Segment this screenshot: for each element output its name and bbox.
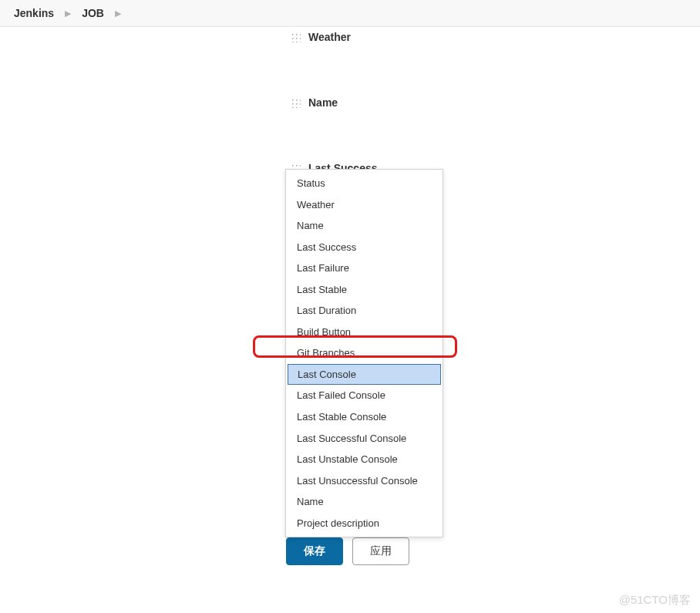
save-button[interactable]: 保存 xyxy=(286,537,343,565)
drag-handle-icon[interactable] xyxy=(290,97,301,108)
dropdown-item[interactable]: Last Unstable Console xyxy=(286,449,443,470)
dropdown-item[interactable]: Last Success xyxy=(286,237,443,258)
dropdown-item[interactable]: Git Branches xyxy=(286,342,443,364)
dropdown-item[interactable]: Project description xyxy=(286,513,443,534)
chevron-right-icon: ▶ xyxy=(115,8,121,19)
dropdown-item[interactable]: Name xyxy=(286,215,443,237)
dropdown-item[interactable]: Last Successful Console xyxy=(286,428,443,450)
breadcrumb: Jenkins ▶ JOB ▶ xyxy=(0,0,700,27)
dropdown-item[interactable]: Last Duration xyxy=(286,300,443,322)
breadcrumb-root[interactable]: Jenkins xyxy=(14,7,54,19)
watermark-text: @51CTO博客 xyxy=(619,593,691,608)
dropdown-item[interactable]: Last Unsuccessful Console xyxy=(286,470,443,492)
dropdown-item[interactable]: Build Button xyxy=(286,322,443,343)
add-column-dropdown: StatusWeatherNameLast SuccessLast Failur… xyxy=(285,169,443,537)
dropdown-item[interactable]: Last Stable Console xyxy=(286,406,443,428)
dropdown-item[interactable]: Last Failure xyxy=(286,258,443,279)
dropdown-item[interactable]: Last Stable xyxy=(286,279,443,301)
column-label: Name xyxy=(308,96,338,109)
drag-handle-icon[interactable] xyxy=(290,32,301,42)
dropdown-item[interactable]: Name xyxy=(286,491,443,513)
breadcrumb-job[interactable]: JOB xyxy=(82,7,104,19)
dropdown-item[interactable]: Status xyxy=(286,173,443,194)
column-item-name[interactable]: Name xyxy=(290,93,338,112)
column-label: Weather xyxy=(308,31,351,43)
dropdown-item[interactable]: Last Failed Console xyxy=(286,385,443,406)
column-item-weather[interactable]: Weather xyxy=(290,28,351,46)
dropdown-item[interactable]: Weather xyxy=(286,194,443,216)
dropdown-item[interactable]: Last Console xyxy=(288,364,441,386)
apply-button[interactable]: 应用 xyxy=(352,537,409,565)
footer-buttons: 保存 应用 xyxy=(286,537,409,565)
chevron-right-icon: ▶ xyxy=(65,8,71,19)
